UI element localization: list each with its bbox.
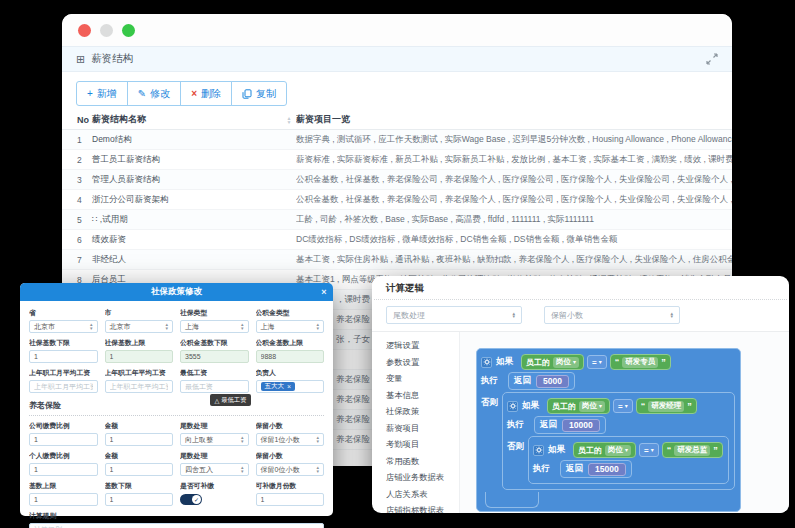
category-item[interactable]: 薪资项目 — [386, 420, 459, 437]
edit-button[interactable]: ✎ 修改 — [127, 81, 181, 106]
yearly-avg-wage-input[interactable] — [105, 380, 174, 393]
table-row[interactable]: 7非经纪人基本工资 , 实际住房补贴 , 通讯补贴 , 夜班补贴 , 缺勤扣款 … — [62, 250, 732, 270]
rounding-select[interactable]: 向上取整▴▾ — [180, 433, 249, 446]
table-row[interactable]: 1Demo结构数据字典 , 测试循环 , 应工作天数测试 , 实际Wage Ba… — [62, 130, 732, 150]
decimals-select[interactable]: 保留1位小数▴▾ — [256, 433, 325, 446]
return-block[interactable]: 返回15000 — [560, 460, 632, 478]
close-window-button[interactable] — [78, 24, 91, 37]
field-dropdown[interactable]: 岗位▾ — [605, 445, 631, 456]
field-dropdown[interactable]: 岗位▾ — [579, 401, 605, 412]
field-dropdown[interactable]: 岗位▾ — [553, 357, 579, 368]
fund-base-upper-input[interactable] — [256, 350, 325, 363]
owner-tag-box[interactable]: 五大大× — [256, 380, 325, 393]
category-item[interactable]: 常用函数 — [386, 453, 459, 470]
remove-tag-icon[interactable]: × — [287, 383, 291, 390]
gear-icon[interactable] — [481, 357, 492, 368]
rounding2-select[interactable]: 四舍五入▴▾ — [180, 463, 249, 476]
rounding-mode-select[interactable]: 尾数处理▴▾ — [386, 306, 522, 324]
table-row[interactable]: 6绩效薪资DC绩效指标 , DS绩效指标 , 微单绩效指标 , DC销售金额 ,… — [62, 230, 732, 250]
gear-icon[interactable] — [533, 445, 544, 456]
ss-base-lower-input[interactable] — [29, 350, 98, 363]
return-block[interactable]: 返回10000 — [534, 416, 606, 434]
gear-icon[interactable] — [507, 401, 518, 412]
table-row[interactable]: 4浙江分公司薪资架构公积金基数 , 社保基数 , 养老保险公司 , 养老保险个人… — [62, 190, 732, 210]
category-item[interactable]: 逻辑设置 — [386, 337, 459, 354]
field-block[interactable]: 员工的岗位▾ — [573, 442, 636, 458]
decimals-field: 保留小数 保留1位小数▴▾ — [256, 421, 325, 446]
number-block[interactable]: 15000 — [588, 463, 626, 476]
category-item[interactable]: 变量 — [386, 370, 459, 387]
category-item[interactable]: 店铺指标数据表 — [386, 502, 459, 513]
string-block[interactable]: “研发总监” — [662, 442, 723, 458]
table-row[interactable]: 2普工员工薪资结构薪资标准 , 实际薪资标准 , 新员工补贴 , 实际新员工补贴… — [62, 150, 732, 170]
blockly-canvas[interactable]: 如果 员工的岗位▾ =▾ “研发专员” 执行 返回5000 — [460, 332, 789, 513]
number-block[interactable]: 10000 — [562, 419, 600, 432]
minimize-window-button[interactable] — [100, 24, 113, 37]
toolbar-button-group: + 新增 ✎ 修改 × 删除 复制 — [76, 81, 287, 106]
min-wage-input[interactable] — [180, 380, 249, 393]
fund-type-select[interactable]: 上海▴▾ — [256, 320, 325, 333]
close-icon[interactable]: × — [315, 287, 333, 297]
yearly-avg-wage-field: 上年职工年平均工资 — [105, 368, 174, 393]
add-button[interactable]: + 新增 — [76, 81, 128, 106]
backpay-toggle[interactable]: ✓ — [180, 494, 202, 505]
copy-button[interactable]: 复制 — [231, 81, 287, 106]
chevron-down-icon: ▾ — [573, 359, 576, 365]
province-select[interactable]: 北京市▴▾ — [29, 320, 98, 333]
operator-dropdown[interactable]: =▾ — [639, 443, 659, 457]
ss-type-select[interactable]: 上海▴▾ — [180, 320, 249, 333]
panel-heading: ⊞ 薪资结构 — [62, 46, 732, 72]
field-block[interactable]: 员工的岗位▾ — [521, 354, 584, 370]
fund-base-upper-field: 公积金基数上限 — [256, 338, 325, 363]
category-item[interactable]: 参数设置 — [386, 354, 459, 371]
table-grid-icon: ⊞ — [76, 54, 85, 65]
field-block[interactable]: 员工的岗位▾ — [547, 398, 610, 414]
plus-icon: + — [87, 89, 93, 99]
zoom-window-button[interactable] — [122, 24, 135, 37]
company-amount-input[interactable] — [105, 433, 174, 446]
base-lower-input[interactable] — [105, 493, 174, 506]
monthly-avg-wage-input[interactable] — [29, 380, 98, 393]
ss-base-upper-input[interactable] — [105, 350, 174, 363]
category-item[interactable]: 考勤项目 — [386, 436, 459, 453]
category-item[interactable]: 人店关系表 — [386, 486, 459, 503]
delete-button[interactable]: × 删除 — [180, 81, 232, 106]
personal-amount-input[interactable] — [105, 463, 174, 476]
owner-tag[interactable]: 五大大× — [261, 382, 296, 391]
if-block[interactable]: 如果 员工的岗位▾ =▾ “研发经理” 执行 返回10000 — [502, 392, 735, 490]
fund-type-field: 公积金类型 上海▴▾ — [256, 308, 325, 333]
toolbar: + 新增 ✎ 修改 × 删除 复制 — [62, 72, 732, 114]
company-rate-input[interactable] — [29, 433, 98, 446]
decimals2-select[interactable]: 保留0位小数▴▾ — [256, 463, 325, 476]
select-caret-icon: ▴▾ — [670, 312, 673, 319]
if-block[interactable]: 如果 员工的岗位▾ =▾ “研发总监” — [528, 436, 729, 484]
string-block[interactable]: “研发专员” — [610, 354, 671, 370]
personal-rate-input[interactable] — [29, 463, 98, 476]
keep-decimals-select[interactable]: 保留小数▴▾ — [544, 306, 680, 324]
backpay-months-input[interactable] — [256, 493, 325, 506]
ss-type-field: 社保类型 上海▴▾ — [180, 308, 249, 333]
table-row[interactable]: 3管理人员薪资结构公积金基数 , 社保基数 , 养老保险公司 , 养老保险个人 … — [62, 170, 732, 190]
city-select[interactable]: 北京市▴▾ — [105, 320, 174, 333]
expand-icon[interactable] — [706, 53, 718, 65]
return-block[interactable]: 返回5000 — [508, 372, 575, 390]
min-wage-field: 最低工资 △最低工资 — [180, 368, 249, 393]
if-block[interactable]: 如果 员工的岗位▾ =▾ “研发专员” 执行 返回5000 — [476, 348, 741, 512]
table-header: No 薪资结构名称 ▲▼ 薪资项目一览 — [62, 110, 732, 130]
number-block[interactable]: 5000 — [536, 375, 569, 388]
string-block[interactable]: “研发经理” — [636, 398, 697, 414]
chevron-down-icon: ▾ — [599, 359, 602, 365]
select-caret-icon: ▴▾ — [241, 436, 244, 443]
category-item[interactable]: 基本信息 — [386, 387, 459, 404]
base-upper-input[interactable] — [29, 493, 98, 506]
sort-icon[interactable]: ▲▼ — [282, 116, 296, 124]
fund-base-lower-input[interactable] — [180, 350, 249, 363]
operator-dropdown[interactable]: =▾ — [587, 355, 607, 369]
select-caret-icon: ▴▾ — [316, 323, 319, 330]
calc-rule-input[interactable] — [29, 523, 324, 528]
table-row[interactable]: 5∷ ,试用期工龄 , 司龄 , 补签次数 , Base , 实际Base , … — [62, 210, 732, 230]
min-wage-tooltip: △最低工资 — [210, 394, 250, 406]
category-item[interactable]: 社保政策 — [386, 403, 459, 420]
category-item[interactable]: 店铺业务数据表 — [386, 469, 459, 486]
operator-dropdown[interactable]: =▾ — [613, 399, 633, 413]
